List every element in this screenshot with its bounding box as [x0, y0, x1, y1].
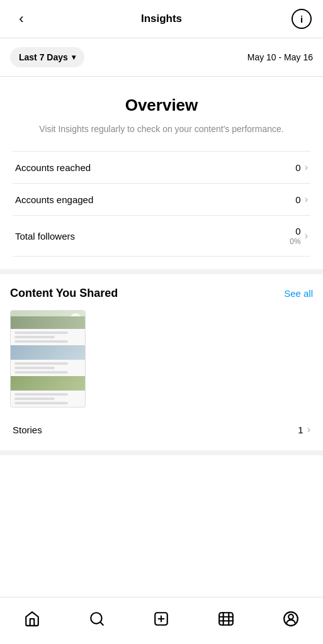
nav-reels-button[interactable]: [212, 605, 240, 633]
stat-sub-total-followers: 0%: [290, 237, 300, 246]
post-text-line: [14, 371, 68, 374]
bottom-nav: [0, 597, 323, 644]
stat-right-total-followers: 0 0% ›: [290, 226, 308, 246]
post-text-line: [14, 393, 68, 396]
date-filter-button[interactable]: Last 7 Days ▾: [10, 47, 84, 67]
post-thumbnail[interactable]: ···: [10, 310, 86, 408]
stories-label: Stories: [13, 425, 42, 435]
post-text-line: [14, 340, 68, 343]
info-icon: i: [300, 14, 303, 25]
svg-point-7: [288, 614, 293, 619]
profile-icon: [283, 611, 299, 627]
content-title: Content You Shared: [10, 287, 118, 300]
stories-right: 1 ›: [298, 424, 310, 435]
content-header: Content You Shared See all: [10, 287, 313, 300]
page-title: Insights: [141, 13, 182, 25]
post-text-line: [14, 367, 55, 369]
chevron-down-icon: ▾: [72, 53, 76, 62]
post-image-top: ···: [11, 311, 85, 329]
stat-row-accounts-reached[interactable]: Accounts reached 0 ›: [13, 152, 310, 184]
stat-value-accounts-engaged: 0: [295, 194, 300, 205]
post-image-mid: [11, 345, 85, 360]
nav-profile-button[interactable]: [277, 605, 305, 633]
overview-section: Overview Visit Insights regularly to che…: [0, 77, 323, 274]
chevron-right-icon-3: ›: [305, 230, 308, 242]
header: ‹ Insights i: [0, 0, 323, 38]
stats-list: Accounts reached 0 › Accounts engaged 0 …: [13, 151, 310, 257]
date-filter-label: Last 7 Days: [19, 52, 68, 62]
post-dots-icon: ···: [70, 313, 81, 325]
chevron-right-icon-2: ›: [305, 194, 308, 205]
overview-title: Overview: [13, 96, 310, 115]
svg-line-1: [100, 622, 103, 625]
nav-home-button[interactable]: [18, 605, 46, 633]
post-text-block-2: [11, 360, 85, 376]
post-text-line: [14, 336, 55, 338]
post-text-block-3: [11, 391, 85, 407]
filter-bar: Last 7 Days ▾ May 10 - May 16: [0, 38, 323, 77]
chevron-right-stories-icon: ›: [307, 424, 310, 435]
info-button[interactable]: i: [292, 9, 312, 29]
stat-right-accounts-engaged: 0 ›: [295, 194, 308, 205]
stat-right-accounts-reached: 0 ›: [295, 162, 308, 173]
post-image-bot: [11, 376, 85, 391]
stat-label-accounts-reached: Accounts reached: [15, 162, 91, 173]
stat-label-total-followers: Total followers: [15, 231, 75, 242]
post-text-line: [14, 331, 68, 334]
back-button[interactable]: ‹: [11, 11, 31, 27]
search-icon: [89, 611, 105, 627]
create-icon: [153, 611, 169, 627]
chevron-right-icon: ›: [305, 162, 308, 173]
overview-subtitle: Visit Insights regularly to check on you…: [13, 123, 310, 136]
nav-create-button[interactable]: [147, 605, 175, 633]
content-section: Content You Shared See all ···: [0, 274, 323, 455]
home-icon: [24, 611, 40, 627]
stories-count: 1: [298, 425, 303, 435]
post-text-line: [14, 402, 68, 404]
see-all-button[interactable]: See all: [284, 288, 313, 299]
post-text-block-1: [11, 329, 85, 345]
stat-value-total-followers: 0: [295, 226, 300, 236]
post-text-line: [14, 397, 55, 400]
stories-row[interactable]: Stories 1 ›: [10, 414, 313, 438]
svg-rect-5: [219, 613, 233, 625]
stat-row-total-followers[interactable]: Total followers 0 0% ›: [13, 216, 310, 257]
posts-row: ···: [10, 310, 313, 408]
stat-row-accounts-engaged[interactable]: Accounts engaged 0 ›: [13, 184, 310, 216]
reels-icon: [218, 611, 234, 627]
stat-value-accounts-reached: 0: [295, 162, 300, 173]
stat-label-accounts-engaged: Accounts engaged: [15, 194, 93, 205]
post-text-line: [14, 362, 68, 365]
nav-search-button[interactable]: [83, 605, 111, 633]
post-thumbnail-inner: ···: [11, 311, 85, 407]
date-range-display: May 10 - May 16: [247, 52, 313, 62]
